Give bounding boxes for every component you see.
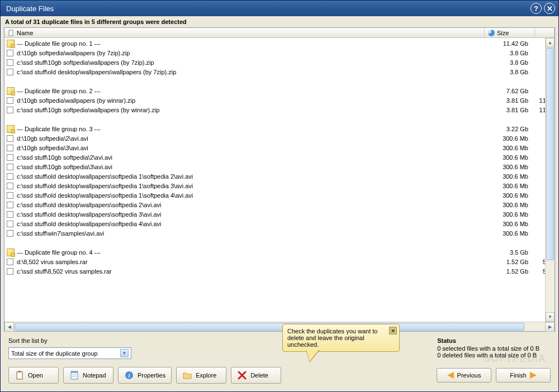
list-header: Name Size <box>4 28 555 38</box>
status-deleted: 0 deleted files with a total size of 0 B <box>437 352 539 358</box>
file-checkbox[interactable] <box>7 145 13 151</box>
table-row[interactable]: c:\ssd stuff\old desktop\wallpapers\soft… <box>4 219 555 228</box>
scroll-thumb-vertical[interactable] <box>546 48 554 260</box>
sort-dropdown[interactable]: Total size of the duplicate group ▼ <box>8 347 131 359</box>
file-checkbox[interactable] <box>7 59 13 66</box>
table-row[interactable]: --- Duplicate file group no. 1 ---11.42 … <box>4 39 555 48</box>
file-checkbox[interactable] <box>7 164 13 170</box>
row-name: c:\ssd stuff\old desktop\wallpapers\wall… <box>17 69 482 75</box>
file-checkbox[interactable] <box>7 211 13 218</box>
table-row[interactable]: d:\8,502 virus samples.rar1.52 Gb5/2 <box>4 257 555 266</box>
notepad-label: Notepad <box>83 372 106 379</box>
file-checkbox[interactable] <box>7 202 13 208</box>
table-row[interactable]: c:\ssd stuff\old desktop\wallpapers\soft… <box>4 181 555 190</box>
table-row[interactable]: --- Duplicate file group no. 4 ---3.5 Gb <box>4 247 555 257</box>
file-checkbox[interactable] <box>7 230 13 237</box>
file-checkbox[interactable] <box>7 154 13 161</box>
row-name: c:\ssd stuff\old desktop\wallpapers\soft… <box>17 202 482 208</box>
table-row[interactable]: d:\10gb softpedia\wallpapers (by winrar)… <box>4 95 555 105</box>
table-row[interactable]: d:\10gb softpedia\3\avi.avi300.6 Mb <box>4 143 555 152</box>
content-area: Name Size --- Duplicate file group no. 1… <box>1 27 558 391</box>
row-size: 300.6 Mb <box>482 164 533 170</box>
row-size: 300.6 Mb <box>482 173 533 180</box>
row-size: 300.6 Mb <box>482 211 533 218</box>
row-size: 300.6 Mb <box>482 192 533 199</box>
column-size-label: Size <box>497 30 509 36</box>
close-button[interactable]: ✕ <box>544 3 555 14</box>
explore-label: Explore <box>196 372 216 379</box>
row-size: 1.52 Gb <box>482 268 533 275</box>
row-name: d:\10gb softpedia\wallpapers (by 7zip).z… <box>17 50 482 56</box>
file-checkbox[interactable] <box>7 50 13 56</box>
table-row[interactable]: c:\ssd stuff\old desktop\wallpapers\soft… <box>4 171 555 181</box>
table-row[interactable]: c:\ssd stuff\10gb softpedia\wallpapers (… <box>4 58 555 67</box>
row-name: c:\ssd stuff\10gb softpedia\wallpapers (… <box>17 59 482 66</box>
table-row[interactable]: --- Duplicate file group no. 2 ---7.62 G… <box>4 86 555 95</box>
finish-button[interactable]: Finish <box>496 368 551 383</box>
file-checkbox[interactable] <box>7 69 13 75</box>
table-row[interactable]: c:\ssd stuff\old desktop\wallpapers\soft… <box>4 209 555 219</box>
scroll-thumb-horizontal[interactable] <box>15 323 524 331</box>
file-checkbox[interactable] <box>7 97 13 104</box>
vertical-scrollbar[interactable]: ▲ ▼ <box>545 38 555 322</box>
row-size: 3.22 Gb <box>482 126 533 132</box>
column-header-name[interactable]: Name <box>4 28 485 37</box>
svg-rect-1 <box>17 372 22 379</box>
file-checkbox[interactable] <box>7 173 13 180</box>
table-row[interactable]: --- Duplicate file group no. 3 ---3.22 G… <box>4 124 555 133</box>
table-row[interactable]: c:\ssd stuff\10gb softpedia\3\avi.avi300… <box>4 162 555 171</box>
table-row[interactable]: c:\ssd stuff\10gb softpedia\2\avi.avi300… <box>4 152 555 162</box>
titlebar: Duplicate Files ? ✕ <box>1 1 558 16</box>
table-row[interactable]: c:\ssd stuff\10gb softpedia\wallpapers (… <box>4 105 555 114</box>
duplicate-files-window: Duplicate Files ? ✕ A total of 31 duplic… <box>0 0 559 392</box>
file-checkbox[interactable] <box>7 259 13 265</box>
row-size: 3.81 Gb <box>482 97 533 104</box>
clipboard-icon <box>15 370 25 380</box>
group-icon <box>7 125 15 133</box>
table-row[interactable]: d:\10gb softpedia\wallpapers (by 7zip).z… <box>4 48 555 58</box>
row-name: --- Duplicate file group no. 4 --- <box>17 249 482 256</box>
row-size: 3.8 Gb <box>482 50 533 56</box>
horizontal-scrollbar[interactable]: ◀ ▶ <box>4 322 555 331</box>
row-size: 3.8 Gb <box>482 59 533 66</box>
explore-button[interactable]: Explore <box>176 367 226 384</box>
file-checkbox[interactable] <box>7 268 13 275</box>
table-row[interactable]: c:\ssd stuff\8,502 virus samples.rar1.52… <box>4 266 555 276</box>
scroll-up-button[interactable]: ▲ <box>546 38 555 47</box>
table-row[interactable]: c:\ssd stuff\old desktop\wallpapers\soft… <box>4 190 555 200</box>
open-button[interactable]: Open <box>8 367 59 384</box>
row-name: c:\ssd stuff\old desktop\wallpapers\soft… <box>17 211 482 218</box>
row-size: 300.6 Mb <box>482 135 533 142</box>
column-header-extra[interactable] <box>535 28 555 37</box>
scroll-right-button[interactable]: ▶ <box>545 322 555 332</box>
row-name: --- Duplicate file group no. 2 --- <box>17 88 482 94</box>
properties-button[interactable]: i Properties <box>118 367 172 384</box>
row-name: c:\ssd stuff\8,502 virus samples.rar <box>17 268 482 275</box>
file-checkbox[interactable] <box>7 107 13 113</box>
table-row[interactable]: c:\ssd stuff\win7\samples\avi.avi300.6 M… <box>4 228 555 238</box>
help-button[interactable]: ? <box>530 3 542 14</box>
column-header-size[interactable]: Size <box>485 28 535 37</box>
table-row[interactable]: d:\10gb softpedia\2\avi.avi300.6 Mb <box>4 133 555 143</box>
file-checkbox[interactable] <box>7 183 13 189</box>
scroll-down-button[interactable]: ▼ <box>546 312 555 322</box>
file-checkbox[interactable] <box>7 135 13 142</box>
table-row[interactable]: c:\ssd stuff\old desktop\wallpapers\soft… <box>4 200 555 209</box>
tooltip-close-button[interactable]: ✕ <box>389 327 397 334</box>
row-size: 1.52 Gb <box>482 259 533 265</box>
row-name: --- Duplicate file group no. 3 --- <box>17 126 482 132</box>
table-row <box>4 77 555 86</box>
delete-button[interactable]: Delete <box>231 367 281 384</box>
table-row[interactable]: c:\ssd stuff\old desktop\wallpapers\wall… <box>4 67 555 77</box>
notepad-button[interactable]: Notepad <box>63 367 113 384</box>
previous-label: Previous <box>457 372 481 379</box>
file-checkbox[interactable] <box>7 221 13 227</box>
scroll-left-button[interactable]: ◀ <box>4 322 14 332</box>
file-checkbox[interactable] <box>7 192 13 199</box>
row-name: c:\ssd stuff\old desktop\wallpapers\soft… <box>17 221 482 227</box>
previous-button[interactable]: Previous <box>437 368 491 383</box>
group-icon <box>7 248 15 256</box>
document-icon <box>8 30 15 36</box>
status-group: Status 0 selected files with a total siz… <box>437 337 539 358</box>
hint-tooltip: Check the duplicates you want to delete … <box>282 324 400 352</box>
